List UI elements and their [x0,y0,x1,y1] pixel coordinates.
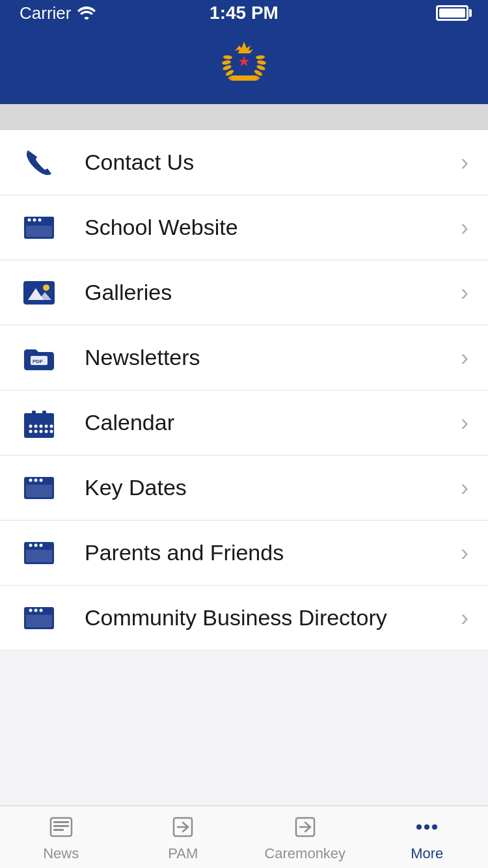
menu-list: Contact Us › School Website › [0,130,488,651]
svg-rect-29 [24,417,54,421]
svg-point-34 [50,424,53,427]
parents-friends-icon [20,534,59,573]
svg-marker-9 [239,56,249,66]
more-tab-icon [413,813,441,841]
svg-point-16 [33,218,36,221]
phone-icon [20,143,59,182]
caremonkey-tab-label: Caremonkey [264,845,346,862]
svg-marker-11 [228,75,231,81]
svg-point-44 [34,478,38,481]
svg-point-3 [223,55,232,59]
calendar-icon [20,403,59,442]
svg-point-43 [29,478,33,481]
menu-item-key-dates[interactable]: Key Dates › [0,455,488,521]
svg-rect-19 [24,282,54,304]
status-bar: Carrier 1:45 PM [0,0,488,26]
svg-point-49 [34,543,38,547]
svg-point-5 [256,64,265,71]
svg-rect-18 [26,226,52,237]
svg-marker-12 [257,75,260,81]
menu-item-parents-friends[interactable]: Parents and Friends › [0,521,488,586]
menu-item-galleries[interactable]: Galleries › [0,260,488,325]
chevron-icon: › [461,214,468,241]
battery-icon [436,5,468,21]
svg-text:PDF: PDF [33,359,43,364]
svg-point-54 [34,608,38,612]
contact-us-label: Contact Us [85,150,461,175]
menu-item-school-website[interactable]: School Website › [0,195,488,260]
svg-point-50 [40,543,43,547]
pam-tab-icon [169,813,197,841]
svg-point-6 [257,60,267,65]
galleries-icon [20,273,59,312]
tab-more[interactable]: More [366,806,489,868]
svg-point-65 [432,824,437,830]
chevron-icon: › [461,409,468,437]
key-dates-label: Key Dates [85,475,461,500]
parents-friends-label: Parents and Friends [85,540,461,565]
svg-point-2 [222,60,232,65]
svg-rect-40 [32,411,36,416]
chevron-icon: › [461,474,468,502]
svg-point-35 [29,429,33,433]
svg-point-15 [28,218,31,221]
svg-rect-56 [26,615,52,627]
svg-rect-59 [53,825,69,827]
menu-item-newsletters[interactable]: PDF Newsletters › [0,325,488,390]
svg-point-23 [43,284,49,291]
news-tab-label: News [43,845,79,862]
wifi-icon [77,7,96,20]
app-header [0,26,488,104]
carrier-wifi: Carrier [20,3,96,23]
svg-point-33 [45,424,48,427]
menu-item-contact-us[interactable]: Contact Us › [0,130,488,195]
svg-point-63 [416,824,422,830]
svg-point-31 [34,424,38,427]
calendar-label: Calendar [85,410,461,435]
header-separator [0,104,488,130]
svg-rect-60 [53,829,64,831]
key-dates-icon [20,468,59,508]
svg-point-36 [34,429,38,433]
school-logo [218,39,270,91]
svg-point-39 [50,429,53,433]
chevron-icon: › [461,539,468,567]
more-tab-label: More [411,845,443,862]
pdf-folder-icon: PDF [20,338,59,377]
chevron-icon: › [461,149,468,176]
tab-news[interactable]: News [0,806,122,868]
tab-pam[interactable]: PAM [122,806,245,868]
caremonkey-tab-icon [291,813,319,841]
svg-rect-24 [24,282,54,285]
svg-rect-58 [53,821,69,823]
community-business-icon [20,599,59,638]
galleries-label: Galleries [85,280,461,305]
svg-point-45 [40,478,43,481]
svg-rect-46 [26,485,52,497]
browser-icon [20,208,59,247]
svg-rect-10 [231,75,257,81]
svg-point-1 [222,64,232,71]
svg-marker-8 [234,42,254,53]
chevron-icon: › [461,604,468,632]
pam-tab-label: PAM [168,845,198,862]
menu-item-calendar[interactable]: Calendar › [0,390,488,455]
tab-bar: News PAM Caremonkey Mor [0,806,488,868]
menu-item-community-business[interactable]: Community Business Directory › [0,586,488,651]
svg-point-55 [40,608,43,612]
newsletters-label: Newsletters [85,345,461,370]
svg-point-17 [38,218,42,221]
svg-point-37 [40,429,43,433]
svg-point-7 [256,55,265,59]
svg-point-48 [29,543,33,547]
time-display: 1:45 PM [210,3,278,23]
svg-point-38 [45,429,48,433]
svg-point-32 [40,424,43,427]
community-business-label: Community Business Directory [85,605,461,631]
svg-point-53 [29,608,33,612]
chevron-icon: › [461,279,468,306]
carrier-text: Carrier [20,3,71,23]
tab-caremonkey[interactable]: Caremonkey [244,806,366,868]
svg-point-64 [424,824,429,830]
chevron-icon: › [461,344,468,372]
